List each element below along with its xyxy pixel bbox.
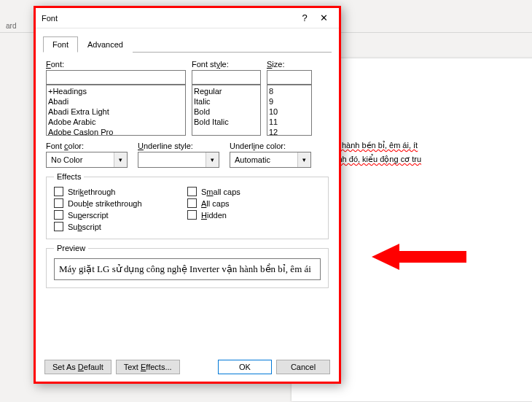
dialog-title: Font (42, 14, 295, 23)
font-dialog: Font ? ✕ Font Advanced FFont:ont: +Headi… (34, 6, 341, 384)
checkbox-small-caps[interactable]: Small caps (187, 187, 321, 196)
close-button[interactable]: ✕ (314, 12, 333, 23)
label-font-color: Font color: (46, 142, 128, 150)
preview-group: Preview Máy giặt LG sử dụng công nghệ In… (46, 244, 329, 288)
label-font-style: Font style: (192, 60, 261, 69)
effects-group: Effects Strikethrough Double strikethrou… (46, 172, 329, 239)
label-font: FFont:ont: (46, 60, 186, 69)
label-underline-style: Underline style: (138, 142, 219, 150)
underline-color-select[interactable]: Automatic▾ (230, 152, 311, 168)
dialog-titlebar: Font ? ✕ (36, 8, 339, 28)
preview-legend: Preview (54, 244, 88, 252)
chevron-down-icon: ▾ (114, 152, 127, 167)
checkbox-superscript[interactable]: Superscript (54, 210, 187, 220)
checkbox-double-strikethrough[interactable]: Double strikethrough (54, 198, 187, 208)
checkbox-subscript[interactable]: Subscript (54, 222, 187, 231)
font-style-listbox[interactable]: Regular Italic Bold Bold Italic (192, 85, 261, 136)
tab-advanced[interactable]: Advanced (78, 36, 133, 53)
cancel-button[interactable]: Cancel (276, 360, 330, 374)
dialog-tabs: Font Advanced (36, 28, 339, 53)
underline-style-select[interactable]: ▾ (138, 152, 219, 168)
checkbox-all-caps[interactable]: All caps (187, 198, 321, 208)
set-as-default-button[interactable]: Set As Default (44, 360, 112, 374)
font-listbox[interactable]: +Headings Abadi Abadi Extra Light Adobe … (46, 85, 186, 136)
preview-text: Máy giặt LG sử dụng công nghệ Inverter v… (54, 258, 321, 280)
help-button[interactable]: ? (295, 12, 314, 23)
effects-legend: Effects (54, 172, 84, 181)
label-size: Size: (267, 60, 312, 69)
font-style-input[interactable] (192, 70, 261, 85)
ok-button[interactable]: OK (218, 360, 272, 374)
checkbox-strikethrough[interactable]: Strikethrough (54, 187, 187, 196)
tab-font[interactable]: Font (43, 36, 78, 53)
ribbon-group-label: ard (6, 22, 16, 30)
size-listbox[interactable]: 8 9 10 11 12 (267, 85, 312, 136)
dialog-body: FFont:ont: +Headings Abadi Abadi Extra L… (36, 53, 339, 288)
font-color-select[interactable]: No Color▾ (46, 152, 128, 168)
dialog-buttonbar: Set As Default Text Effects... OK Cancel (44, 360, 330, 374)
label-underline-color: Underline color: (230, 142, 311, 150)
font-input[interactable] (46, 70, 186, 85)
checkbox-hidden[interactable]: Hidden (187, 210, 321, 220)
chevron-down-icon: ▾ (206, 152, 219, 167)
chevron-down-icon: ▾ (297, 152, 310, 167)
size-input[interactable] (267, 70, 312, 85)
text-effects-button[interactable]: Text Effects... (116, 360, 180, 374)
